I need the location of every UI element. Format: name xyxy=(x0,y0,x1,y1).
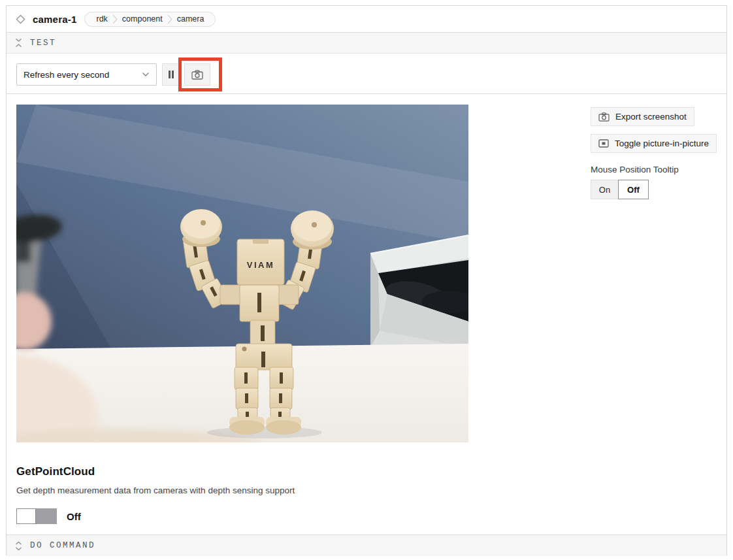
get-point-cloud-description: Get depth measurement data from cameras … xyxy=(16,486,726,495)
camera-stream: VIAM xyxy=(16,105,468,442)
component-diamond-icon xyxy=(15,14,26,25)
do-command-section-header[interactable]: DO COMMAND xyxy=(7,535,726,556)
camera-icon xyxy=(598,112,610,122)
component-name: camera-1 xyxy=(33,14,76,25)
export-screenshot-button[interactable]: Export screenshot xyxy=(591,107,694,126)
camera-icon xyxy=(191,70,203,80)
breadcrumb-item: camera xyxy=(172,14,209,24)
tooltip-off-button[interactable]: Off xyxy=(618,180,649,199)
card-header: camera-1 rdk component camera xyxy=(7,6,726,32)
collapse-icon xyxy=(15,38,22,48)
export-screenshot-label: Export screenshot xyxy=(615,112,687,122)
get-point-cloud-section: GetPointCloud Get depth measurement data… xyxy=(7,453,726,535)
toggle-pip-button[interactable]: Toggle picture-in-picture xyxy=(591,134,717,153)
breadcrumb-separator-icon xyxy=(167,14,172,24)
breadcrumb-item: rdk xyxy=(91,14,112,24)
cabinet xyxy=(370,235,468,348)
breadcrumb-separator-icon xyxy=(112,14,118,24)
picture-in-picture-icon xyxy=(598,139,609,148)
breadcrumb-item: component xyxy=(118,14,167,24)
do-command-section-label: DO COMMAND xyxy=(30,541,95,550)
get-point-cloud-title: GetPointCloud xyxy=(16,465,726,478)
stream-content: VIAM xyxy=(7,94,726,453)
chevron-down-icon xyxy=(142,72,150,77)
test-section-label: TEST xyxy=(30,39,56,48)
tooltip-toggle-group: On Off xyxy=(591,180,725,199)
toggle-state-label: Off xyxy=(67,511,81,522)
refresh-rate-select[interactable]: Refresh every second xyxy=(16,63,157,86)
toggle-knob xyxy=(16,508,36,524)
take-screenshot-button[interactable] xyxy=(184,63,210,86)
test-section-header[interactable]: TEST xyxy=(7,32,726,54)
toggle-pip-label: Toggle picture-in-picture xyxy=(615,139,709,148)
expand-icon xyxy=(15,541,22,551)
stream-side-controls: Export screenshot Toggle picture-in-pict… xyxy=(591,107,725,199)
tooltip-on-button[interactable]: On xyxy=(591,180,619,199)
robot-hand-left xyxy=(180,209,222,247)
pause-stream-button[interactable] xyxy=(162,63,180,86)
robot-head: VIAM xyxy=(237,239,284,285)
robot-hand-right xyxy=(291,210,334,250)
robot-logo-text: VIAM xyxy=(247,260,275,270)
stream-toolbar: Refresh every second xyxy=(7,54,726,94)
breadcrumb: rdk component camera xyxy=(84,12,216,27)
pause-icon xyxy=(168,71,174,78)
point-cloud-toggle[interactable] xyxy=(16,508,57,524)
mouse-position-tooltip-label: Mouse Position Tooltip xyxy=(591,165,725,174)
camera-component-card: camera-1 rdk component camera TEST Refre… xyxy=(6,5,727,555)
